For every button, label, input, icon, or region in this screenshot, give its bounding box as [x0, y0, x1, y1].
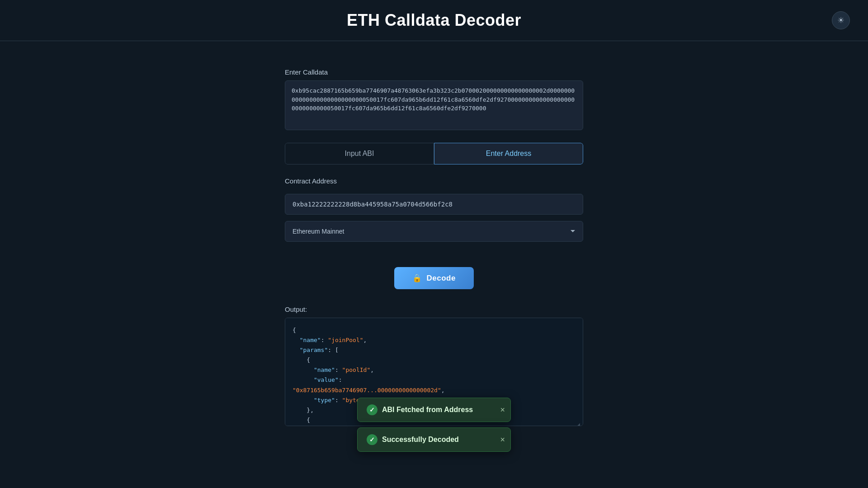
toast-decoded: ✓ Successfully Decoded ×	[357, 427, 511, 452]
decode-button[interactable]: 🔒 Decode	[394, 267, 474, 289]
sun-icon: ☀	[837, 15, 844, 25]
output-line-4: {	[292, 355, 576, 365]
toast-container: ✓ ABI Fetched from Address × ✓ Successfu…	[357, 398, 511, 452]
tab-input-abi[interactable]: Input ABI	[285, 143, 434, 164]
main-content: Enter Calldata Input ABI Enter Address C…	[276, 41, 592, 444]
output-line-1: {	[292, 325, 576, 335]
toast-abi-message: ABI Fetched from Address	[382, 406, 473, 414]
tab-enter-address[interactable]: Enter Address	[434, 143, 583, 164]
output-line-6: "value":	[292, 375, 576, 385]
toast-decoded-check-icon: ✓	[367, 434, 377, 445]
app-header: ETH Calldata Decoder ☀	[0, 0, 868, 41]
app-title: ETH Calldata Decoder	[347, 11, 521, 30]
resize-handle[interactable]: ◢	[577, 420, 582, 425]
calldata-input[interactable]	[285, 80, 583, 130]
decode-label: Decode	[427, 274, 456, 283]
theme-toggle-button[interactable]: ☀	[832, 11, 850, 29]
calldata-label: Enter Calldata	[285, 68, 583, 76]
calldata-section: Enter Calldata	[285, 68, 583, 132]
output-line-3: "params": [	[292, 345, 576, 355]
toast-decoded-message: Successfully Decoded	[382, 436, 459, 444]
output-line-5: "name": "poolId",	[292, 365, 576, 375]
contract-section: Contract Address Ethereum Mainnet Goerli…	[285, 177, 583, 242]
toast-abi: ✓ ABI Fetched from Address ×	[357, 398, 511, 422]
toast-abi-check-icon: ✓	[367, 404, 377, 415]
output-line-2: "name": "joinPool",	[292, 335, 576, 345]
contract-address-input[interactable]	[285, 194, 583, 215]
tab-group: Input ABI Enter Address	[285, 143, 583, 164]
contract-label: Contract Address	[285, 177, 583, 185]
toast-decoded-close-button[interactable]: ×	[500, 436, 505, 444]
lock-icon: 🔒	[412, 273, 422, 283]
toast-abi-close-button[interactable]: ×	[500, 406, 505, 414]
network-select[interactable]: Ethereum Mainnet Goerli Testnet Polygon …	[285, 221, 583, 242]
output-line-7: "0x87165b659ba7746907...0000000000000002…	[292, 385, 576, 395]
decode-btn-wrapper: 🔒 Decode	[285, 254, 583, 289]
output-label: Output:	[285, 305, 583, 313]
